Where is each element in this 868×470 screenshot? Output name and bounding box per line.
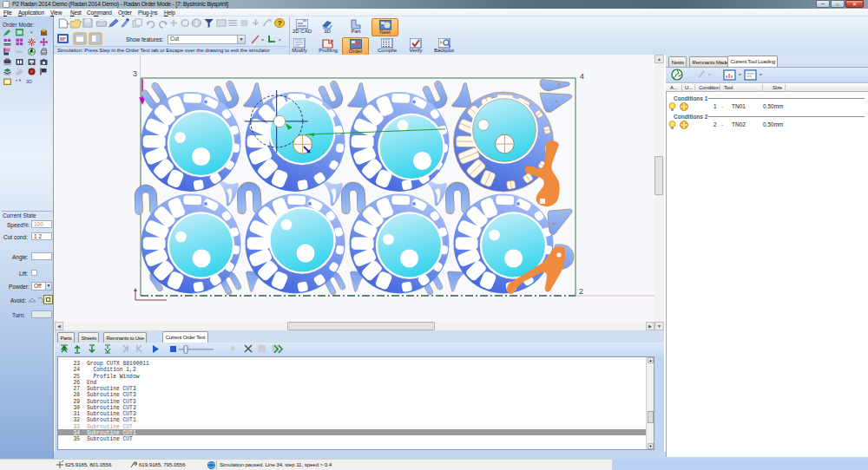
svg-text:4: 4 — [580, 72, 584, 81]
svg-text:3: 3 — [133, 69, 137, 78]
svg-text:2: 2 — [579, 287, 583, 296]
svg-text:?: ? — [277, 20, 281, 28]
